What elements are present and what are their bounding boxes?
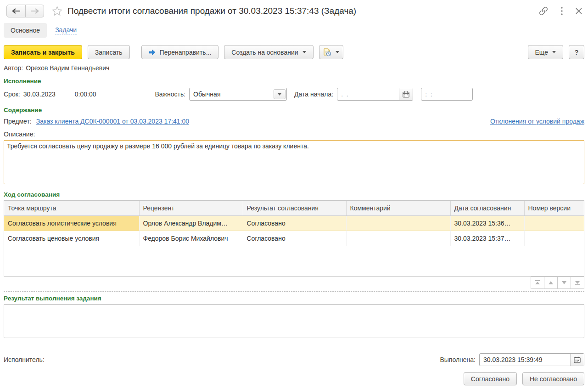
cell-date[interactable]: 30.03.2023 15:37… xyxy=(450,231,524,246)
document-clock-icon xyxy=(323,48,331,57)
splitter[interactable] xyxy=(4,291,584,292)
col-reviewer[interactable]: Рецензент xyxy=(139,201,243,215)
table-row[interactable]: Согласовать ценовые условия Федоров Бори… xyxy=(4,231,584,246)
author-value: Орехов Вадим Геннадьевич xyxy=(26,64,109,72)
cell-comment[interactable] xyxy=(346,215,450,231)
deviations-link[interactable]: Отклонения от условий продаж xyxy=(490,118,584,125)
title-bar: Подвести итоги согласования продажи от 3… xyxy=(0,0,588,20)
more-button-label: Еще xyxy=(535,49,549,56)
command-bar: Записать и закрыть Записать Перенаправит… xyxy=(0,42,588,59)
more-button[interactable]: Еще xyxy=(528,45,564,59)
forward-arrow-icon xyxy=(31,8,39,14)
executor-label: Исполнитель: xyxy=(4,356,45,363)
col-result[interactable]: Результат согласования xyxy=(243,201,346,215)
nav-tabs: Основное Задачи xyxy=(0,20,588,42)
subject-label: Предмет: xyxy=(4,118,32,125)
cell-route-point[interactable]: Согласовать логистические условия xyxy=(4,215,139,231)
get-link-icon[interactable] xyxy=(538,6,549,16)
start-date-field-wrap xyxy=(337,88,413,101)
importance-select[interactable]: Обычная xyxy=(189,88,287,101)
cell-route-point[interactable]: Согласовать ценовые условия xyxy=(4,231,139,246)
cell-version[interactable] xyxy=(524,231,584,246)
create-based-on-button[interactable]: Создать на основании xyxy=(224,45,313,59)
start-time-input[interactable] xyxy=(421,88,472,100)
author-label: Автор: xyxy=(4,64,23,72)
section-result: Результат выполнения задания xyxy=(4,295,584,302)
importance-label: Важность: xyxy=(155,90,186,98)
move-down-icon[interactable] xyxy=(557,277,571,289)
importance-value: Обычная xyxy=(190,88,273,100)
create-based-on-label: Создать на основании xyxy=(231,49,298,56)
calendar-icon[interactable] xyxy=(570,354,584,366)
help-button[interactable]: ? xyxy=(569,45,584,59)
move-up-icon[interactable] xyxy=(544,277,558,289)
redirect-button-label: Перенаправить... xyxy=(160,49,212,56)
deadline-date: 30.03.2023 xyxy=(23,90,56,98)
section-content: Содержание xyxy=(4,107,584,113)
description-textarea[interactable]: Требуется согласовать цену продажу в раз… xyxy=(4,140,584,184)
history-nav-group xyxy=(6,5,44,17)
tab-main[interactable]: Основное xyxy=(4,23,47,38)
forward-button[interactable] xyxy=(25,5,44,17)
cell-version[interactable] xyxy=(524,215,584,231)
col-comment[interactable]: Комментарий xyxy=(346,201,450,215)
task-window: Подвести итоги согласования продажи от 3… xyxy=(0,0,588,390)
description-label: Описание: xyxy=(4,130,584,138)
move-top-icon[interactable] xyxy=(531,277,544,289)
start-date-input[interactable] xyxy=(337,88,399,100)
col-route-point[interactable]: Точка маршрута xyxy=(4,201,139,215)
cell-reviewer[interactable]: Федоров Борис Михайлович xyxy=(139,231,243,246)
section-approval: Ход согласования xyxy=(4,191,584,198)
table-move-buttons xyxy=(4,277,584,289)
cell-date[interactable]: 30.03.2023 15:36… xyxy=(450,215,524,231)
subject-link[interactable]: Заказ клиента ДС0К-000001 от 03.03.2023 … xyxy=(36,118,189,125)
table-header-row: Точка маршрута Рецензент Результат согла… xyxy=(4,201,584,215)
redirect-button[interactable]: Перенаправить... xyxy=(141,45,219,59)
chevron-down-icon xyxy=(302,51,306,53)
table-row[interactable]: Согласовать логистические условия Орлов … xyxy=(4,215,584,231)
completed-date-input[interactable] xyxy=(480,354,570,366)
business-process-menu-button[interactable] xyxy=(319,45,343,59)
cell-comment[interactable] xyxy=(346,231,450,246)
approved-button[interactable]: Согласовано xyxy=(464,372,517,385)
redirect-arrow-icon xyxy=(149,49,156,56)
start-date-label: Дата начала: xyxy=(294,90,333,98)
approval-table: Точка маршрута Рецензент Результат согла… xyxy=(4,200,584,277)
save-and-close-button[interactable]: Записать и закрыть xyxy=(4,45,82,59)
deadline-time: 0:00:00 xyxy=(75,90,96,98)
chevron-down-icon xyxy=(552,51,556,53)
importance-dropdown-button[interactable] xyxy=(274,89,286,99)
not-approved-button[interactable]: Не согласовано xyxy=(522,372,584,385)
form-body: Автор: Орехов Вадим Геннадьевич Исполнен… xyxy=(0,64,588,385)
cell-result[interactable]: Согласовано xyxy=(243,231,346,246)
favorite-star-icon[interactable] xyxy=(51,6,63,17)
cell-result[interactable]: Согласовано xyxy=(243,215,346,231)
window-title: Подвести итоги согласования продажи от 3… xyxy=(67,6,356,16)
tab-tasks[interactable]: Задачи xyxy=(55,26,77,34)
back-button[interactable] xyxy=(7,5,25,17)
close-icon[interactable] xyxy=(575,7,582,15)
save-button[interactable]: Записать xyxy=(88,45,130,59)
col-version[interactable]: Номер версии xyxy=(524,201,584,215)
col-date[interactable]: Дата согласования xyxy=(450,201,524,215)
kebab-menu-icon[interactable] xyxy=(560,6,563,16)
completed-field-wrap xyxy=(479,353,584,366)
section-execution: Исполнение xyxy=(4,78,584,85)
deadline-label: Срок: xyxy=(4,90,20,98)
back-arrow-icon xyxy=(12,8,20,14)
completed-label: Выполнена: xyxy=(440,356,476,363)
calendar-icon[interactable] xyxy=(399,88,413,100)
chevron-down-icon xyxy=(336,51,339,53)
chevron-down-icon xyxy=(278,93,281,96)
start-time-field-wrap xyxy=(421,88,473,101)
move-bottom-icon[interactable] xyxy=(571,277,584,289)
cell-reviewer[interactable]: Орлов Александр Владим… xyxy=(139,215,243,231)
result-textarea[interactable] xyxy=(4,304,584,338)
